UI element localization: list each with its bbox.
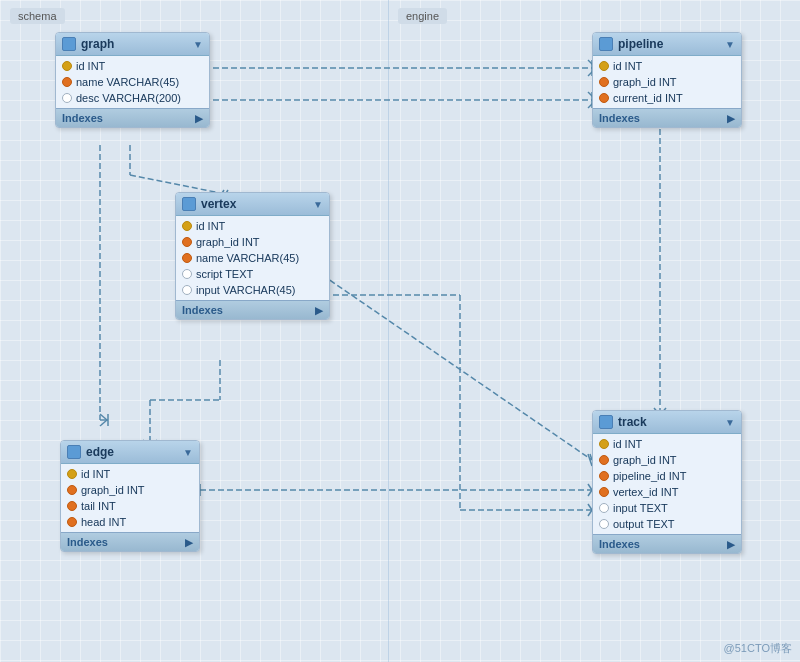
field-row: id INT xyxy=(56,58,209,74)
field-row: tail INT xyxy=(61,498,199,514)
table-vertex-chevron: ▼ xyxy=(313,199,323,210)
key-icon xyxy=(67,517,77,527)
field-label: tail INT xyxy=(81,500,116,512)
field-row: desc VARCHAR(200) xyxy=(56,90,209,106)
table-vertex: vertex ▼ id INT graph_id INT name VARCHA… xyxy=(175,192,330,320)
field-row: graph_id INT xyxy=(176,234,329,250)
key-icon xyxy=(599,93,609,103)
table-pipeline-header[interactable]: pipeline ▼ xyxy=(593,33,741,56)
indexes-bar-edge[interactable]: Indexes ▶ xyxy=(61,532,199,551)
table-vertex-icon xyxy=(182,197,196,211)
section-engine: engine xyxy=(398,8,447,24)
field-row: id INT xyxy=(176,218,329,234)
table-edge: edge ▼ id INT graph_id INT tail INT head… xyxy=(60,440,200,552)
field-label: graph_id INT xyxy=(613,454,677,466)
key-icon xyxy=(67,485,77,495)
key-icon xyxy=(599,455,609,465)
erd-canvas: schema engine xyxy=(0,0,800,662)
key-icon xyxy=(67,469,77,479)
section-divider xyxy=(388,0,389,662)
indexes-label: Indexes xyxy=(67,536,108,548)
indexes-arrow: ▶ xyxy=(315,305,323,316)
field-row: pipeline_id INT xyxy=(593,468,741,484)
indexes-bar-track[interactable]: Indexes ▶ xyxy=(593,534,741,553)
indexes-label: Indexes xyxy=(599,112,640,124)
table-pipeline-icon xyxy=(599,37,613,51)
table-graph-icon xyxy=(62,37,76,51)
field-row: input VARCHAR(45) xyxy=(176,282,329,298)
field-label: input TEXT xyxy=(613,502,668,514)
indexes-bar-vertex[interactable]: Indexes ▶ xyxy=(176,300,329,319)
table-graph: graph ▼ id INT name VARCHAR(45) desc VAR… xyxy=(55,32,210,128)
key-icon xyxy=(599,503,609,513)
field-label: id INT xyxy=(81,468,110,480)
table-track-body: id INT graph_id INT pipeline_id INT vert… xyxy=(593,434,741,534)
field-row: id INT xyxy=(593,58,741,74)
indexes-arrow: ▶ xyxy=(727,113,735,124)
table-track: track ▼ id INT graph_id INT pipeline_id … xyxy=(592,410,742,554)
table-graph-body: id INT name VARCHAR(45) desc VARCHAR(200… xyxy=(56,56,209,108)
indexes-arrow: ▶ xyxy=(185,537,193,548)
field-label: head INT xyxy=(81,516,126,528)
section-schema: schema xyxy=(10,8,65,24)
svg-line-29 xyxy=(100,420,107,426)
indexes-arrow: ▶ xyxy=(727,539,735,550)
svg-line-30 xyxy=(315,270,592,460)
field-label: vertex_id INT xyxy=(613,486,678,498)
field-label: desc VARCHAR(200) xyxy=(76,92,181,104)
table-pipeline-name: pipeline xyxy=(618,37,720,51)
key-icon xyxy=(599,519,609,529)
key-icon xyxy=(182,285,192,295)
field-row: vertex_id INT xyxy=(593,484,741,500)
table-edge-header[interactable]: edge ▼ xyxy=(61,441,199,464)
indexes-arrow: ▶ xyxy=(195,113,203,124)
table-vertex-body: id INT graph_id INT name VARCHAR(45) scr… xyxy=(176,216,329,300)
field-label: graph_id INT xyxy=(613,76,677,88)
table-vertex-header[interactable]: vertex ▼ xyxy=(176,193,329,216)
table-graph-header[interactable]: graph ▼ xyxy=(56,33,209,56)
field-row: id INT xyxy=(593,436,741,452)
field-row: name VARCHAR(45) xyxy=(176,250,329,266)
field-label: graph_id INT xyxy=(81,484,145,496)
field-label: output TEXT xyxy=(613,518,675,530)
key-icon xyxy=(62,61,72,71)
key-icon xyxy=(599,439,609,449)
key-icon xyxy=(599,487,609,497)
table-graph-chevron: ▼ xyxy=(193,39,203,50)
table-pipeline-chevron: ▼ xyxy=(725,39,735,50)
field-row: head INT xyxy=(61,514,199,530)
table-track-chevron: ▼ xyxy=(725,417,735,428)
table-edge-body: id INT graph_id INT tail INT head INT xyxy=(61,464,199,532)
key-icon xyxy=(62,77,72,87)
key-icon xyxy=(182,237,192,247)
field-label: graph_id INT xyxy=(196,236,260,248)
field-label: id INT xyxy=(613,60,642,72)
table-track-header[interactable]: track ▼ xyxy=(593,411,741,434)
field-label: id INT xyxy=(613,438,642,450)
table-track-icon xyxy=(599,415,613,429)
field-row: script TEXT xyxy=(176,266,329,282)
svg-line-28 xyxy=(100,414,107,420)
indexes-bar-graph[interactable]: Indexes ▶ xyxy=(56,108,209,127)
table-edge-icon xyxy=(67,445,81,459)
indexes-bar-pipeline[interactable]: Indexes ▶ xyxy=(593,108,741,127)
field-label: pipeline_id INT xyxy=(613,470,686,482)
key-icon xyxy=(599,77,609,87)
field-label: script TEXT xyxy=(196,268,253,280)
key-icon xyxy=(182,221,192,231)
field-row: graph_id INT xyxy=(593,452,741,468)
key-icon xyxy=(62,93,72,103)
field-row: output TEXT xyxy=(593,516,741,532)
watermark: @51CTO博客 xyxy=(724,641,792,656)
field-row: current_id INT xyxy=(593,90,741,106)
key-icon xyxy=(182,253,192,263)
indexes-label: Indexes xyxy=(62,112,103,124)
key-icon xyxy=(182,269,192,279)
key-icon xyxy=(599,61,609,71)
field-row: name VARCHAR(45) xyxy=(56,74,209,90)
table-track-name: track xyxy=(618,415,720,429)
indexes-label: Indexes xyxy=(182,304,223,316)
table-vertex-name: vertex xyxy=(201,197,308,211)
table-edge-chevron: ▼ xyxy=(183,447,193,458)
field-label: id INT xyxy=(196,220,225,232)
